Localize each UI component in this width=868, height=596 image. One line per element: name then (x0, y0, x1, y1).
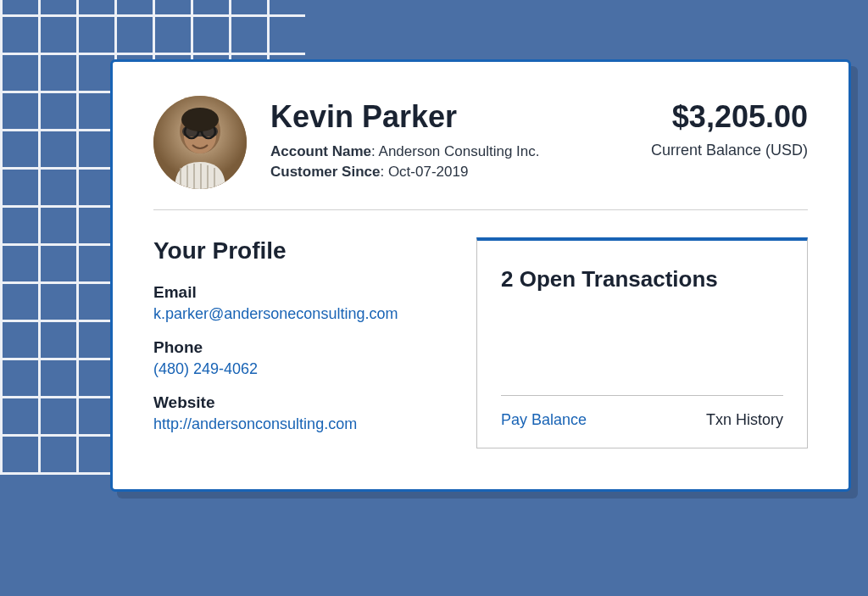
pay-balance-link[interactable]: Pay Balance (501, 411, 587, 429)
customer-since-line: Customer Since: Oct-07-2019 (270, 164, 627, 181)
txn-history-link[interactable]: Txn History (706, 411, 783, 429)
customer-since-label: Customer Since (270, 164, 380, 180)
website-label: Website (153, 393, 436, 412)
balance-block: $3,205.00 Current Balance (USD) (651, 96, 808, 159)
profile-title: Your Profile (153, 237, 436, 265)
email-label: Email (153, 283, 436, 302)
svg-point-7 (181, 108, 219, 131)
phone-value[interactable]: (480) 249-4062 (153, 360, 436, 378)
header-row: Kevin Parker Account Name: Anderson Cons… (153, 96, 808, 210)
profile-section: Your Profile Email k.parker@andersonecon… (153, 237, 436, 448)
website-field-group: Website http://andersonconsulting.com (153, 393, 436, 433)
website-value[interactable]: http://andersonconsulting.com (153, 415, 436, 433)
phone-field-group: Phone (480) 249-4062 (153, 338, 436, 378)
balance-label: Current Balance (USD) (651, 142, 808, 159)
customer-profile-card: Kevin Parker Account Name: Anderson Cons… (110, 59, 851, 492)
transactions-box: 2 Open Transactions Pay Balance Txn Hist… (476, 237, 808, 448)
header-info: Kevin Parker Account Name: Anderson Cons… (270, 96, 627, 184)
balance-amount: $3,205.00 (651, 99, 808, 135)
email-value[interactable]: k.parker@andersoneconsulting.com (153, 305, 436, 323)
customer-name: Kevin Parker (270, 99, 627, 135)
email-field-group: Email k.parker@andersoneconsulting.com (153, 283, 436, 323)
account-name-value: Anderson Consulting Inc. (379, 143, 540, 159)
content-row: Your Profile Email k.parker@andersonecon… (153, 237, 808, 448)
avatar (153, 96, 247, 189)
account-name-label: Account Name (270, 143, 371, 159)
transactions-title: 2 Open Transactions (501, 266, 783, 292)
account-name-line: Account Name: Anderson Consulting Inc. (270, 143, 627, 160)
customer-since-value: Oct-07-2019 (388, 164, 469, 180)
transactions-actions: Pay Balance Txn History (501, 395, 783, 429)
phone-label: Phone (153, 338, 436, 357)
